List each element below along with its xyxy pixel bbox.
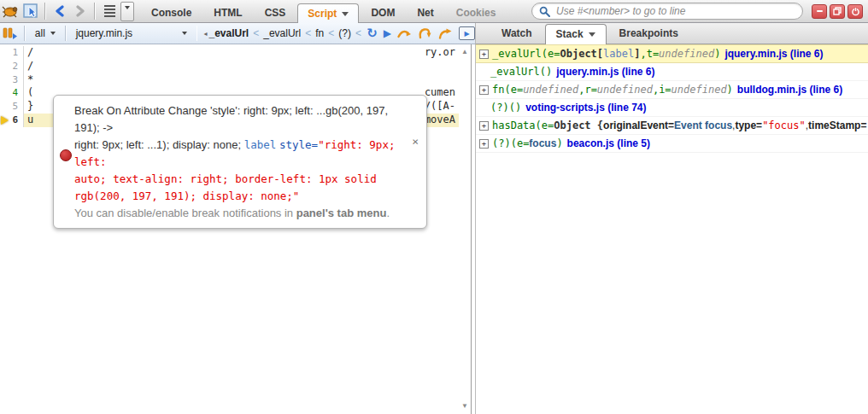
- rerun-button[interactable]: ↻: [367, 27, 378, 39]
- search-input[interactable]: [554, 4, 795, 18]
- detach-windows-icon: [833, 7, 842, 15]
- popup-lines: Break On Attribute Change 'style': right…: [74, 102, 404, 222]
- panel-tabs: Console HTML CSS Script DOM Net Cookies: [141, 0, 507, 23]
- source-file-link[interactable]: voting-scripts.js (line 74): [525, 102, 646, 114]
- continue-button[interactable]: ▶: [384, 27, 391, 39]
- tab-net[interactable]: Net: [407, 3, 443, 23]
- script-file-selector[interactable]: jquery.min.js: [71, 26, 192, 41]
- script-type-filter[interactable]: all: [30, 26, 61, 41]
- frame-signature-segment: i=: [659, 84, 671, 96]
- popup-line: right: 9px; left: ...1); display: none; …: [74, 137, 404, 171]
- popup-text-segment: rgb(200, 197, 191); display: none;": [74, 190, 299, 202]
- firebug-menu-button[interactable]: [0, 1, 21, 21]
- stack-frame[interactable]: +fn(e=undefined, r=undefined, i=undefine…: [476, 81, 868, 99]
- source-file-link[interactable]: bulldog.min.js (line 6): [737, 84, 842, 96]
- frame-signature-segment: timeStamp=: [808, 120, 866, 131]
- code-left-fragment: /: [27, 60, 33, 73]
- code-left-fragment: u: [27, 114, 33, 127]
- source-file-link[interactable]: beacon.js (line 5): [567, 137, 650, 149]
- frame-signature-segment: originalEvent=: [603, 120, 674, 131]
- code-text: *: [24, 73, 459, 87]
- step-into-button[interactable]: [418, 27, 432, 39]
- tab-console[interactable]: Console: [141, 3, 202, 23]
- toolbar-dropdown-button[interactable]: [120, 2, 134, 21]
- detach-window-button[interactable]: [830, 4, 845, 19]
- editor-line: 3*: [0, 73, 459, 87]
- panel-menu-button[interactable]: [99, 1, 120, 21]
- power-icon: [851, 7, 860, 16]
- step-over-button[interactable]: [397, 27, 412, 39]
- line-number[interactable]: 4: [0, 86, 24, 100]
- line-number[interactable]: 3: [0, 73, 24, 87]
- step-out-button[interactable]: [438, 27, 453, 39]
- tab-watch[interactable]: Watch: [490, 23, 543, 44]
- frame-signature-segment: label: [603, 48, 634, 60]
- line-number[interactable]: 5: [0, 100, 24, 114]
- chevron-down-icon: [589, 32, 595, 37]
- tab-stack-label: Stack: [556, 28, 584, 40]
- expander-icon[interactable]: +: [479, 50, 489, 59]
- back-button[interactable]: [50, 1, 70, 21]
- minimize-button[interactable]: [812, 4, 827, 19]
- vertical-scrollbar[interactable]: ▲ ▼: [459, 44, 471, 414]
- open-side-panels-button[interactable]: ▶: [459, 26, 475, 40]
- tab-script[interactable]: Script: [297, 3, 359, 24]
- tab-stack[interactable]: Stack: [545, 24, 607, 44]
- close-icon[interactable]: ×: [412, 135, 419, 148]
- scroll-down-icon[interactable]: ▼: [459, 402, 471, 411]
- break-on-next-button[interactable]: [0, 23, 20, 44]
- frame-signature-segment: ,: [578, 84, 584, 96]
- chevron-down-icon: [182, 32, 187, 35]
- frame-signature-segment: r=: [584, 84, 596, 96]
- frame-signature-segment: (?)(): [490, 102, 521, 114]
- stack-frame[interactable]: +_evalUrl(e=Object[ label ], t=undefined…: [476, 44, 868, 63]
- breadcrumb-item[interactable]: _evalUrl: [209, 27, 249, 39]
- popup-text-segment: You can disable/enable break notificatio…: [74, 207, 296, 219]
- expander-icon[interactable]: +: [479, 121, 489, 131]
- source-file-link[interactable]: jquery.min.js (line 6): [556, 66, 654, 78]
- tab-html[interactable]: HTML: [203, 3, 252, 23]
- firebug-window: Console HTML CSS Script DOM Net Cookies: [0, 0, 868, 414]
- expander-icon[interactable]: +: [479, 85, 489, 95]
- toolbar-separator: [24, 26, 26, 41]
- breadcrumb-item[interactable]: (?): [338, 27, 351, 39]
- frame-signature-segment: focus: [529, 137, 556, 149]
- forward-button[interactable]: [70, 1, 91, 21]
- scroll-up-icon[interactable]: ▲: [459, 48, 471, 56]
- stack-frame[interactable]: (?)()voting-scripts.js (line 74): [476, 99, 868, 117]
- frame-signature-segment: ): [714, 48, 720, 60]
- frame-signature-segment: undefined: [523, 84, 578, 96]
- breakpoint-dot-icon: [60, 149, 72, 161]
- editor-line: 2/: [0, 60, 459, 73]
- tab-css[interactable]: CSS: [255, 3, 296, 23]
- crumb-scroll-left-icon[interactable]: ◂: [203, 30, 207, 38]
- popup-text-segment: style=: [279, 138, 318, 151]
- breadcrumb-item[interactable]: fn: [315, 27, 324, 39]
- deactivate-button[interactable]: [847, 4, 863, 19]
- tab-cookies[interactable]: Cookies: [446, 3, 507, 23]
- firebug-bug-icon: [2, 3, 19, 19]
- line-number[interactable]: 2: [0, 60, 24, 73]
- line-number[interactable]: 6: [0, 114, 24, 127]
- expander-icon[interactable]: +: [479, 139, 489, 149]
- source-file-link[interactable]: jquery.min.js (line 6): [724, 48, 823, 60]
- script-toolbar-row: all jquery.min.js ◂ _evalUrl < _evalUrl …: [0, 23, 868, 44]
- breadcrumb-item[interactable]: _evalUrl: [263, 27, 301, 39]
- stack-frame[interactable]: _evalUrl()jquery.min.js (line 6): [476, 63, 868, 81]
- code-right-fragment: cumen: [425, 86, 455, 100]
- search-area: [531, 3, 803, 20]
- search-box[interactable]: [531, 3, 803, 20]
- frame-signature-segment: ]: [634, 48, 640, 60]
- stack-frame[interactable]: +(?)(e=focus )beacon.js (line 5): [476, 135, 868, 153]
- back-chevron-icon: [54, 5, 66, 17]
- popup-text-segment: panel's tab menu: [296, 207, 387, 219]
- chevron-down-icon: [342, 12, 349, 16]
- frame-signature-segment: ,: [653, 84, 659, 96]
- tab-breakpoints[interactable]: Breakpoints: [608, 23, 689, 44]
- stack-frame[interactable]: +hasData(e=Object { originalEvent=Event …: [476, 117, 868, 135]
- line-number[interactable]: 1: [0, 46, 24, 60]
- tab-dom[interactable]: DOM: [361, 3, 405, 23]
- hamburger-icon: [104, 5, 115, 17]
- code-right-fragment: /([A-: [425, 100, 455, 114]
- inspect-element-button[interactable]: [21, 1, 41, 21]
